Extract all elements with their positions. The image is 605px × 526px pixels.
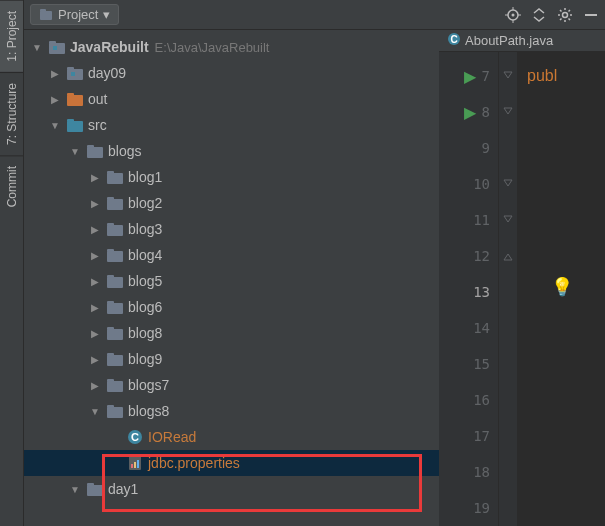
tree-item[interactable]: ▶blog5: [24, 268, 439, 294]
svg-rect-22: [107, 173, 123, 184]
tree-file-ioread[interactable]: C IORead: [24, 424, 439, 450]
editor-body: ▶7 ▶8 9 10 11 12 13 14 15 16 17 18 19: [439, 52, 605, 526]
chevron-down-icon[interactable]: ▼: [68, 146, 82, 157]
chevron-right-icon[interactable]: ▶: [88, 328, 102, 339]
svg-rect-20: [87, 147, 103, 158]
svg-rect-49: [87, 483, 94, 486]
project-view-dropdown[interactable]: Project ▾: [30, 4, 119, 25]
chevron-right-icon[interactable]: ▶: [88, 172, 102, 183]
chevron-down-icon[interactable]: ▼: [48, 120, 62, 131]
svg-rect-21: [87, 145, 94, 148]
run-gutter-icon[interactable]: ▶: [464, 67, 476, 86]
svg-rect-23: [107, 171, 114, 174]
line-number: 7: [482, 68, 490, 84]
svg-rect-35: [107, 327, 114, 330]
editor-tab-label: AboutPath.java: [465, 33, 553, 48]
expand-all-icon[interactable]: [531, 7, 547, 23]
fold-icon[interactable]: [502, 94, 514, 130]
tree-label: JavaRebuilt: [70, 39, 149, 55]
tree-item[interactable]: ▶blog8: [24, 320, 439, 346]
main-area: Project ▾ ▼ JavaRebuilt E:\Java\JavaRebu…: [24, 0, 605, 526]
fold-end-icon[interactable]: [502, 238, 514, 274]
intention-bulb-icon[interactable]: 💡: [551, 276, 573, 298]
tree-item[interactable]: ▶blog6: [24, 294, 439, 320]
chevron-down-icon[interactable]: ▼: [30, 42, 44, 53]
svg-rect-0: [40, 11, 52, 20]
svg-point-3: [512, 13, 515, 16]
tree-item-blogs8[interactable]: ▼ blogs8: [24, 398, 439, 424]
svg-rect-17: [67, 93, 74, 96]
chevron-right-icon[interactable]: ▶: [88, 354, 102, 365]
fold-icon[interactable]: [502, 202, 514, 238]
tree-item[interactable]: ▶blog2: [24, 190, 439, 216]
editor-panel: C AboutPath.java ▶7 ▶8 9 10 11 12 13 14 …: [439, 30, 605, 526]
tool-tab-label: Commit: [5, 166, 19, 207]
tree-label: blog5: [128, 273, 162, 289]
chevron-down-icon[interactable]: ▼: [68, 484, 82, 495]
svg-rect-48: [87, 485, 103, 496]
line-number: 14: [473, 320, 490, 336]
tree-item[interactable]: ▶blog4: [24, 242, 439, 268]
fold-icon[interactable]: [502, 166, 514, 202]
tree-label: blogs8: [128, 403, 169, 419]
chevron-right-icon[interactable]: ▶: [48, 94, 62, 105]
svg-rect-29: [107, 249, 114, 252]
svg-rect-16: [67, 95, 83, 106]
tree-item[interactable]: ▶blog3: [24, 216, 439, 242]
chevron-right-icon[interactable]: ▶: [88, 276, 102, 287]
chevron-down-icon[interactable]: ▼: [88, 406, 102, 417]
package-icon: [106, 246, 124, 264]
tree-label: blog1: [128, 169, 162, 185]
package-icon: [106, 402, 124, 420]
tool-tab-commit[interactable]: Commit: [0, 155, 23, 217]
tree-item[interactable]: ▶blogs7: [24, 372, 439, 398]
editor-tab-aboutpath[interactable]: C AboutPath.java: [447, 32, 553, 49]
tree-label: blogs: [108, 143, 141, 159]
chevron-right-icon[interactable]: ▶: [88, 380, 102, 391]
gear-icon[interactable]: [557, 7, 573, 23]
tree-item-blogs[interactable]: ▼ blogs: [24, 138, 439, 164]
line-number: 12: [473, 248, 490, 264]
package-icon: [106, 324, 124, 342]
chevron-right-icon[interactable]: ▶: [88, 224, 102, 235]
code-area[interactable]: publ 💡: [517, 52, 605, 526]
properties-file-icon: [126, 454, 144, 472]
tree-file-jdbc[interactable]: jdbc.properties: [24, 450, 439, 476]
tree-item[interactable]: ▶blog1: [24, 164, 439, 190]
run-gutter-icon[interactable]: ▶: [464, 103, 476, 122]
tree-item-day09[interactable]: ▶ day09: [24, 60, 439, 86]
project-tree[interactable]: ▼ JavaRebuilt E:\Java\JavaRebuilt ▶ day0…: [24, 30, 439, 502]
tool-tab-project[interactable]: 1: Project: [0, 0, 23, 72]
tree-item[interactable]: ▶blog9: [24, 346, 439, 372]
chevron-right-icon[interactable]: ▶: [48, 68, 62, 79]
tool-tab-label: 7: Structure: [5, 83, 19, 145]
chevron-right-icon[interactable]: ▶: [88, 198, 102, 209]
fold-icon[interactable]: [502, 58, 514, 94]
chevron-right-icon[interactable]: ▶: [88, 250, 102, 261]
svg-rect-40: [107, 407, 123, 418]
line-number: 9: [482, 140, 490, 156]
svg-rect-37: [107, 353, 114, 356]
tree-label: blog4: [128, 247, 162, 263]
tool-tab-structure[interactable]: 7: Structure: [0, 72, 23, 155]
fold-gutter: [499, 52, 517, 526]
class-icon: C: [447, 32, 461, 49]
folder-source-icon: [66, 116, 84, 134]
svg-rect-41: [107, 405, 114, 408]
tree-item-day1[interactable]: ▼ day1: [24, 476, 439, 502]
svg-rect-11: [49, 41, 56, 44]
locate-icon[interactable]: [505, 7, 521, 23]
tree-item-src[interactable]: ▼ src: [24, 112, 439, 138]
svg-rect-28: [107, 251, 123, 262]
tree-item-out[interactable]: ▶ out: [24, 86, 439, 112]
tree-root[interactable]: ▼ JavaRebuilt E:\Java\JavaRebuilt: [24, 34, 439, 60]
project-view-label: Project: [58, 7, 98, 22]
svg-rect-18: [67, 121, 83, 132]
chevron-right-icon[interactable]: ▶: [88, 302, 102, 313]
hide-icon[interactable]: [583, 7, 599, 23]
line-number: 8: [482, 104, 490, 120]
svg-rect-32: [107, 303, 123, 314]
tree-label: out: [88, 91, 107, 107]
package-icon: [86, 480, 104, 498]
svg-rect-39: [107, 379, 114, 382]
